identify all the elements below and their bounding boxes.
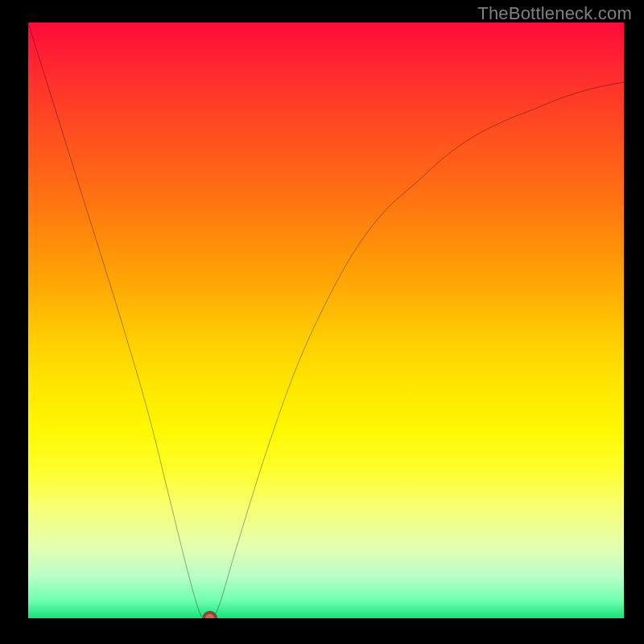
watermark-text: TheBottleneck.com bbox=[477, 3, 632, 24]
bottleneck-curve bbox=[28, 23, 624, 618]
plot-area bbox=[28, 23, 624, 618]
chart-frame: { "watermark": "TheBottleneck.com", "cha… bbox=[0, 0, 644, 644]
minimum-point-icon bbox=[204, 613, 216, 618]
